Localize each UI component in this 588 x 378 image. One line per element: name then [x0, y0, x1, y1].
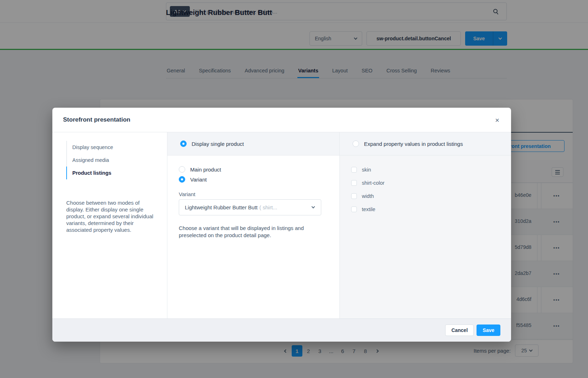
single-product-body: Main product Variant Variant Lightweight…: [167, 155, 339, 239]
checkbox-icon[interactable]: [351, 206, 357, 212]
property-label: skin: [362, 167, 371, 173]
variant-field-label: Variant: [179, 191, 325, 197]
variant-select[interactable]: Lightweight Rubber Butter Butt ( shirt..…: [179, 199, 321, 215]
property-label: width: [362, 193, 374, 199]
single-product-column: Display single product Main product Vari…: [167, 132, 340, 318]
modal-nav: Display sequence Assigned media Product …: [66, 141, 156, 179]
main-product-option[interactable]: Main product: [179, 166, 325, 173]
main-product-label: Main product: [190, 167, 221, 173]
checkbox-icon[interactable]: [351, 180, 357, 186]
checkbox-icon[interactable]: [351, 193, 357, 199]
display-single-product-label: Display single product: [192, 141, 244, 147]
mode-description: Choose between two modes of display. Eit…: [66, 199, 157, 233]
sidebar-item-assigned-media[interactable]: Assigned media: [67, 154, 156, 167]
expand-properties-column: Expand property values in product listin…: [340, 132, 511, 318]
property-option-textile[interactable]: textile: [351, 206, 500, 212]
variant-option[interactable]: Variant: [179, 176, 325, 183]
variant-select-value: Lightweight Rubber Butter Butt: [185, 204, 257, 210]
radio-icon[interactable]: [179, 176, 185, 183]
modal-body: Display sequence Assigned media Product …: [52, 132, 511, 318]
radio-icon[interactable]: [353, 141, 359, 147]
properties-list: skin shirt-color width textile: [340, 155, 511, 220]
expand-property-values-label: Expand property values in product listin…: [364, 141, 463, 147]
expand-property-values-option[interactable]: Expand property values in product listin…: [340, 132, 511, 155]
sidebar-item-product-listings[interactable]: Product listings: [66, 167, 156, 179]
variant-option-label: Variant: [190, 177, 207, 183]
storefront-presentation-modal: Storefront presentation × Display sequen…: [52, 108, 511, 342]
modal-footer: Cancel Save: [52, 318, 511, 342]
modal-save-button[interactable]: Save: [477, 325, 500, 336]
property-option-skin[interactable]: skin: [351, 167, 500, 173]
property-label: shirt-color: [362, 180, 385, 186]
display-single-product-option[interactable]: Display single product: [167, 132, 339, 155]
checkbox-icon[interactable]: [351, 167, 357, 173]
chevron-down-icon: [312, 205, 315, 209]
property-option-shirt-color[interactable]: shirt-color: [351, 180, 500, 186]
sidebar-item-display-sequence[interactable]: Display sequence: [67, 141, 156, 154]
property-option-width[interactable]: width: [351, 193, 500, 199]
radio-icon[interactable]: [180, 141, 187, 147]
modal-header: Storefront presentation ×: [52, 108, 511, 132]
modal-sidebar: Display sequence Assigned media Product …: [52, 132, 167, 318]
property-label: textile: [362, 206, 375, 212]
modal-cancel-button[interactable]: Cancel: [445, 325, 474, 336]
radio-icon[interactable]: [179, 166, 185, 173]
modal-title: Storefront presentation: [63, 116, 130, 123]
close-icon[interactable]: ×: [492, 115, 503, 126]
variant-select-value-suffix: ( shirt...: [259, 204, 277, 210]
screen: All Find products, customers, orders... …: [0, 0, 588, 378]
variant-helper-text: Choose a variant that will be displayed …: [179, 225, 318, 239]
